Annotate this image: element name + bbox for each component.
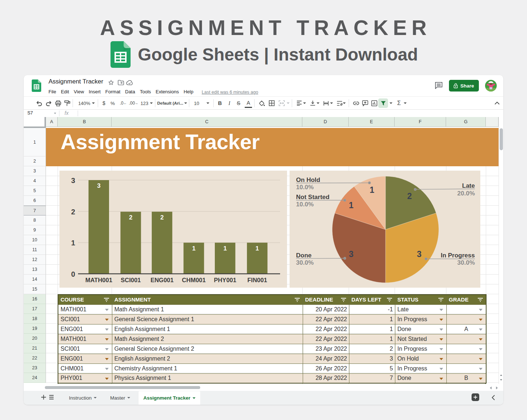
svg-text:PHY001: PHY001 bbox=[214, 277, 236, 283]
svg-text:1: 1 bbox=[256, 245, 259, 252]
svg-text:On Hold: On Hold bbox=[296, 176, 320, 183]
svg-text:1: 1 bbox=[71, 239, 75, 247]
svg-text:2: 2 bbox=[129, 214, 132, 221]
svg-text:Done: Done bbox=[296, 252, 312, 259]
svg-text:10.0%: 10.0% bbox=[296, 184, 314, 191]
svg-text:Late: Late bbox=[462, 182, 475, 189]
svg-text:2: 2 bbox=[160, 214, 164, 221]
svg-text:3: 3 bbox=[97, 182, 100, 189]
svg-text:30.0%: 30.0% bbox=[296, 259, 314, 266]
svg-text:30.0%: 30.0% bbox=[457, 259, 475, 266]
svg-text:Not Started: Not Started bbox=[296, 194, 330, 201]
svg-text:20.0%: 20.0% bbox=[457, 190, 475, 197]
svg-text:0: 0 bbox=[71, 270, 75, 278]
svg-text:SCI001: SCI001 bbox=[121, 277, 141, 283]
svg-text:1: 1 bbox=[223, 245, 226, 252]
svg-text:3: 3 bbox=[71, 176, 75, 184]
svg-text:3: 3 bbox=[417, 249, 422, 259]
svg-text:1: 1 bbox=[370, 185, 375, 195]
svg-text:FIN001: FIN001 bbox=[247, 277, 267, 283]
svg-text:10.0%: 10.0% bbox=[296, 201, 314, 208]
svg-text:3: 3 bbox=[349, 249, 354, 259]
svg-text:In Progress: In Progress bbox=[441, 252, 475, 259]
svg-text:MATH001: MATH001 bbox=[85, 277, 112, 283]
svg-text:1: 1 bbox=[349, 201, 354, 210]
svg-text:CHM001: CHM001 bbox=[182, 277, 206, 283]
svg-text:2: 2 bbox=[71, 208, 75, 216]
svg-text:1: 1 bbox=[192, 245, 195, 252]
svg-text:ENG001: ENG001 bbox=[151, 277, 174, 283]
svg-text:2: 2 bbox=[407, 191, 412, 201]
